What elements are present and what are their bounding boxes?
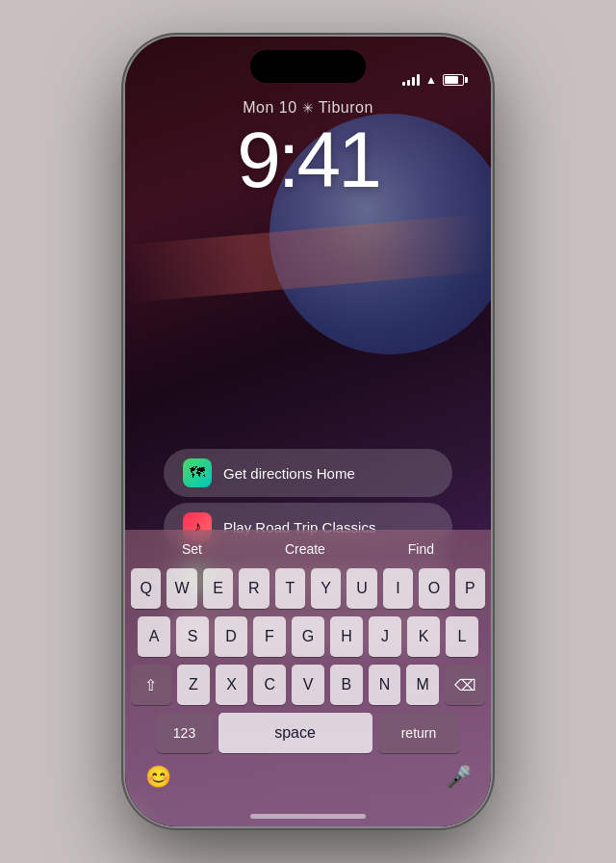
key-m[interactable]: M (406, 665, 439, 705)
key-n[interactable]: N (369, 665, 401, 705)
key-p[interactable]: P (455, 568, 485, 609)
keyboard-bottom-row: 😊 🎤 (125, 757, 491, 798)
key-row-1: Q W E R T Y U I O P (131, 568, 485, 609)
sun-icon: ✳ (302, 100, 315, 116)
quicktype-create[interactable]: Create (273, 537, 337, 561)
lock-screen-content: Mon 10 ✳ Tiburon 9:41 (125, 99, 491, 199)
time-display: 9:41 (237, 120, 379, 199)
status-right: ▲ (402, 73, 464, 87)
key-q[interactable]: Q (131, 568, 161, 609)
key-t[interactable]: T (275, 568, 305, 609)
key-row-3: ⇧ Z X C V B N M ⌫ (131, 665, 485, 705)
home-indicator[interactable] (250, 814, 366, 819)
suggestion-directions-text: Get directions Home (223, 465, 355, 482)
key-l[interactable]: L (446, 616, 478, 657)
key-shift[interactable]: ⇧ (131, 665, 171, 705)
key-b[interactable]: B (330, 665, 363, 705)
key-delete[interactable]: ⌫ (445, 665, 485, 705)
maps-icon: 🗺 (183, 458, 212, 487)
key-v[interactable]: V (292, 665, 324, 705)
date-text: Mon 10 (243, 99, 296, 116)
battery-icon (443, 74, 464, 86)
phone-screen: ▲ Mon 10 ✳ Tiburon 9:41 🗺 Get directions… (125, 37, 491, 826)
key-space[interactable]: space (218, 713, 372, 753)
key-a[interactable]: A (138, 616, 170, 657)
key-c[interactable]: C (253, 665, 286, 705)
key-d[interactable]: D (215, 616, 247, 657)
key-s[interactable]: S (176, 616, 209, 657)
wifi-icon: ▲ (425, 73, 437, 87)
signal-bars-icon (402, 74, 420, 86)
battery-fill (445, 76, 458, 84)
key-z[interactable]: Z (177, 665, 210, 705)
emoji-key[interactable]: 😊 (139, 757, 177, 798)
key-row-2: A S D F G H J K L (131, 616, 485, 657)
emoji-icon: 😊 (145, 765, 171, 790)
key-rows: Q W E R T Y U I O P A S D F G (125, 564, 491, 753)
key-numbers[interactable]: 123 (157, 713, 213, 753)
key-i[interactable]: I (383, 568, 413, 609)
key-y[interactable]: Y (311, 568, 341, 609)
key-u[interactable]: U (346, 568, 376, 609)
key-return[interactable]: return (378, 713, 460, 753)
quicktype-set[interactable]: Set (170, 537, 214, 561)
location-text: Tiburon (319, 99, 373, 116)
quicktype-find[interactable]: Find (397, 537, 446, 561)
key-o[interactable]: O (419, 568, 449, 609)
phone-frame: ▲ Mon 10 ✳ Tiburon 9:41 🗺 Get directions… (125, 37, 491, 826)
mic-key[interactable]: 🎤 (439, 757, 477, 798)
key-j[interactable]: J (369, 616, 401, 657)
key-x[interactable]: X (216, 665, 248, 705)
keyboard-area: Set Create Find Q W E R T Y U I O P (125, 530, 491, 826)
key-h[interactable]: H (330, 616, 363, 657)
key-g[interactable]: G (292, 616, 324, 657)
date-location: Mon 10 ✳ Tiburon (243, 99, 373, 117)
key-f[interactable]: F (253, 616, 286, 657)
key-row-4: 123 space return (131, 713, 485, 753)
dynamic-island (250, 50, 366, 83)
suggestion-directions[interactable]: 🗺 Get directions Home (164, 449, 452, 497)
key-w[interactable]: W (167, 568, 196, 609)
key-e[interactable]: E (203, 568, 233, 609)
mic-icon: 🎤 (446, 765, 472, 790)
quicktype-row: Set Create Find (125, 530, 491, 564)
key-r[interactable]: R (239, 568, 269, 609)
key-k[interactable]: K (407, 616, 440, 657)
